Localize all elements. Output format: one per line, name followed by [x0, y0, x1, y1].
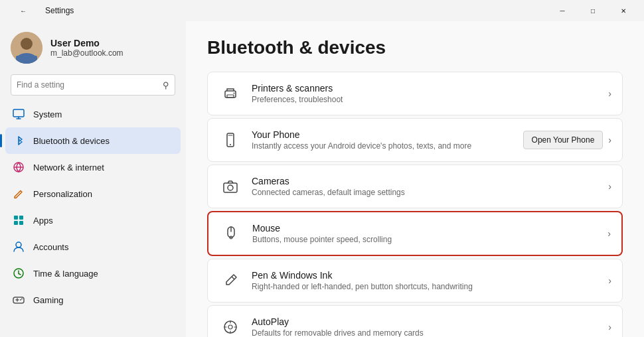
time-icon [12, 267, 25, 280]
nav-list: System Bluetooth & devices [0, 101, 186, 332]
system-icon [12, 107, 25, 121]
user-name: User Demo [50, 38, 123, 48]
svg-rect-6 [14, 216, 18, 220]
personalization-icon [12, 187, 25, 200]
printers-action: › [608, 88, 611, 99]
content-area: Bluetooth & devices Printers & scanners … [186, 21, 644, 337]
sidebar-item-accounts[interactable]: Accounts [5, 234, 181, 260]
printers-icon [218, 82, 242, 105]
settings-list: Printers & scanners Preferences, trouble… [207, 72, 623, 337]
sidebar-item-apps[interactable]: Apps [5, 207, 181, 234]
apps-label: Apps [33, 216, 53, 226]
cameras-action: › [608, 181, 611, 192]
page-title: Bluetooth & devices [207, 37, 623, 58]
yourphone-title: Your Phone [252, 129, 523, 140]
mouse-icon [219, 222, 243, 245]
pen-title: Pen & Windows Ink [252, 270, 608, 281]
pen-icon [218, 269, 242, 293]
svg-point-19 [230, 144, 231, 145]
gaming-icon [12, 293, 25, 306]
yourphone-desc: Instantly access your Android device's p… [252, 141, 523, 151]
svg-rect-3 [16, 56, 37, 64]
sidebar-item-bluetooth[interactable]: Bluetooth & devices [5, 127, 181, 154]
minimize-button[interactable]: ─ [547, 0, 578, 21]
yourphone-icon [218, 128, 242, 152]
search-icon[interactable]: ⚲ [163, 80, 169, 90]
svg-point-10 [16, 242, 21, 247]
mouse-action: › [607, 228, 611, 239]
printers-text: Printers & scanners Preferences, trouble… [252, 83, 608, 104]
accounts-icon [12, 240, 25, 253]
mouse-chevron: › [607, 228, 611, 239]
personalization-label: Personalization [33, 189, 92, 199]
user-info: User Demo m_lab@outlook.com [50, 38, 123, 58]
sidebar: User Demo m_lab@outlook.com ⚲ System [0, 21, 186, 337]
yourphone-text: Your Phone Instantly access your Android… [252, 129, 523, 151]
autoplay-chevron: › [608, 322, 611, 332]
cameras-text: Cameras Connected cameras, default image… [252, 176, 608, 197]
bluetooth-label: Bluetooth & devices [33, 136, 110, 146]
sidebar-item-network[interactable]: Network & internet [5, 154, 181, 180]
svg-rect-15 [225, 91, 236, 98]
printers-chevron: › [608, 88, 611, 99]
pen-desc: Right-handed or left-handed, pen button … [252, 282, 608, 291]
svg-point-17 [234, 93, 235, 94]
printers-title: Printers & scanners [252, 83, 608, 94]
pen-action: › [608, 275, 611, 286]
svg-point-1 [21, 38, 33, 50]
svg-point-21 [228, 185, 233, 190]
main-layout: User Demo m_lab@outlook.com ⚲ System [0, 21, 644, 337]
title-bar-controls: ─ □ ✕ [547, 0, 639, 21]
time-label: Time & language [33, 269, 98, 279]
settings-item-yourphone[interactable]: Your Phone Instantly access your Android… [207, 118, 623, 162]
settings-item-cameras[interactable]: Cameras Connected cameras, default image… [207, 165, 623, 208]
close-button[interactable]: ✕ [608, 0, 639, 21]
yourphone-action: Open Your Phone › [523, 131, 611, 149]
user-section: User Demo m_lab@outlook.com [0, 21, 186, 72]
settings-item-printers[interactable]: Printers & scanners Preferences, trouble… [207, 72, 623, 115]
cameras-title: Cameras [252, 176, 608, 186]
gaming-label: Gaming [33, 295, 64, 305]
search-box[interactable]: ⚲ [11, 74, 175, 96]
cameras-chevron: › [608, 181, 611, 192]
maximize-button[interactable]: □ [578, 0, 608, 21]
svg-point-25 [228, 325, 232, 329]
cameras-icon [218, 174, 242, 198]
mouse-desc: Buttons, mouse pointer speed, scrolling [252, 235, 607, 244]
back-button[interactable]: ← [8, 0, 39, 21]
sidebar-item-system[interactable]: System [5, 101, 181, 127]
svg-point-14 [21, 299, 23, 300]
printers-desc: Preferences, troubleshoot [252, 95, 608, 104]
autoplay-desc: Defaults for removable drives and memory… [252, 328, 608, 337]
svg-rect-20 [224, 183, 237, 192]
autoplay-text: AutoPlay Defaults for removable drives a… [252, 316, 608, 337]
open-your-phone-button[interactable]: Open Your Phone [523, 131, 604, 149]
yourphone-chevron: › [608, 135, 611, 145]
accounts-label: Accounts [33, 242, 68, 252]
window-title: Settings [45, 6, 74, 15]
cameras-desc: Connected cameras, default image setting… [252, 188, 608, 197]
user-email: m_lab@outlook.com [50, 48, 123, 58]
sidebar-item-gaming[interactable]: Gaming [5, 287, 181, 313]
settings-item-autoplay[interactable]: AutoPlay Defaults for removable drives a… [207, 305, 623, 337]
svg-rect-7 [19, 216, 23, 220]
settings-item-mouse[interactable]: Mouse Buttons, mouse pointer speed, scro… [207, 211, 623, 256]
svg-point-13 [20, 299, 21, 301]
network-icon [12, 161, 25, 174]
title-bar: ← Settings ─ □ ✕ [0, 0, 644, 21]
pen-chevron: › [608, 275, 611, 286]
sidebar-item-time[interactable]: Time & language [5, 260, 181, 287]
sidebar-item-personalization[interactable]: Personalization [5, 180, 181, 207]
mouse-title: Mouse [252, 223, 607, 234]
settings-item-pen[interactable]: Pen & Windows Ink Right-handed or left-h… [207, 259, 623, 303]
search-input[interactable] [17, 80, 163, 90]
apps-icon [12, 214, 25, 227]
svg-rect-4 [13, 109, 24, 117]
autoplay-icon [218, 315, 242, 337]
autoplay-action: › [608, 322, 611, 332]
svg-rect-8 [14, 221, 18, 225]
bluetooth-icon [12, 134, 25, 147]
svg-rect-9 [19, 221, 23, 225]
mouse-text: Mouse Buttons, mouse pointer speed, scro… [252, 223, 607, 244]
pen-text: Pen & Windows Ink Right-handed or left-h… [252, 270, 608, 291]
